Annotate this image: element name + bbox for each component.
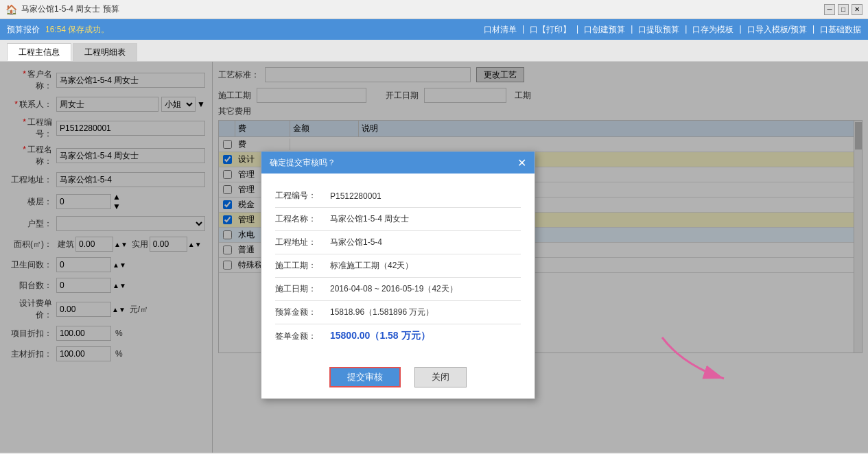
modal-budget-label: 预算金额：	[275, 307, 330, 318]
maximize-button[interactable]: □	[838, 4, 849, 15]
modal-project-name-label: 工程名称：	[275, 213, 330, 225]
minimize-button[interactable]: ─	[824, 4, 835, 15]
modal-sign-value: 15800.00（1.58 万元）	[330, 330, 430, 342]
modal-row-address: 工程地址： 马家公馆1-5-4	[275, 231, 521, 254]
tab-project-detail[interactable]: 工程明细表	[73, 43, 137, 61]
modal-row-work-period: 施工工期： 标准施工工期（42天）	[275, 254, 521, 278]
window-title: 马家公馆1-5-4 周女士 预算	[21, 3, 119, 15]
modal-header: 确定提交审核吗？ ✕	[261, 152, 535, 174]
modal-address-label: 工程地址：	[275, 237, 330, 248]
modal-submit-button[interactable]: 提交审核	[329, 367, 401, 387]
modal-dialog: 确定提交审核吗？ ✕ 工程编号： P1512280001 工程名称： 马家公馆1…	[261, 151, 535, 399]
toolbar-base-data[interactable]: 口基础数据	[820, 24, 861, 36]
modal-work-period-label: 施工工期：	[275, 260, 330, 272]
toolbar-print[interactable]: 口【打印】	[530, 24, 571, 36]
titlebar-title: 🏠 马家公馆1-5-4 周女士 预算	[5, 3, 119, 15]
modal-work-date-value: 2016-04-08 ~ 2016-05-19（42天）	[330, 283, 458, 295]
modal-overlay: 确定提交审核吗？ ✕ 工程编号： P1512280001 工程名称： 马家公馆1…	[0, 62, 868, 453]
toolbar-import-template[interactable]: 口导入模板/预算	[747, 24, 807, 36]
modal-budget-value: 15818.96（1.581896 万元）	[330, 307, 434, 318]
modal-work-period-value: 标准施工工期（42天）	[330, 260, 413, 272]
modal-title: 确定提交审核吗？	[270, 157, 336, 169]
toolbar-fetch-budget[interactable]: 口提取预算	[638, 24, 679, 36]
modal-body: 工程编号： P1512280001 工程名称： 马家公馆1-5-4 周女士 工程…	[261, 174, 535, 359]
modal-sign-label: 签单金额：	[275, 331, 330, 342]
modal-row-project-no: 工程编号： P1512280001	[275, 184, 521, 208]
tab-project-info[interactable]: 工程主信息	[7, 43, 71, 61]
modal-row-work-date: 施工日期： 2016-04-08 ~ 2016-05-19（42天）	[275, 278, 521, 301]
modal-project-no-value: P1512280001	[330, 191, 382, 201]
toolbar-budget-label: 预算报价	[7, 24, 40, 36]
modal-project-name-value: 马家公馆1-5-4 周女士	[330, 213, 409, 225]
modal-cancel-button[interactable]: 关闭	[414, 367, 467, 387]
modal-row-budget-amount: 预算金额： 15818.96（1.581896 万元）	[275, 301, 521, 324]
modal-row-sign-amount: 签单金额： 15800.00（1.58 万元）	[275, 324, 521, 348]
toolbar: 预算报价 16:54 保存成功。 口材清单 | 口【打印】 | 口创建预算 | …	[0, 19, 868, 40]
toolbar-material-list[interactable]: 口材清单	[484, 24, 517, 36]
modal-address-value: 马家公馆1-5-4	[330, 237, 382, 248]
toolbar-create-budget[interactable]: 口创建预算	[584, 24, 625, 36]
modal-row-project-name: 工程名称： 马家公馆1-5-4 周女士	[275, 208, 521, 231]
modal-close-icon[interactable]: ✕	[517, 156, 526, 169]
toolbar-save-template[interactable]: 口存为模板	[692, 24, 734, 36]
modal-footer: 提交审核 关闭	[261, 359, 535, 398]
toolbar-save-status: 16:54 保存成功。	[45, 24, 109, 36]
close-window-button[interactable]: ✕	[852, 4, 863, 15]
modal-work-date-label: 施工日期：	[275, 283, 330, 295]
content-area: 客户名称： 联系人： 小姐 先生 女士 ▼ 工程编号： 工程名称： 工程地址：	[0, 62, 868, 453]
tabs-bar: 工程主信息 工程明细表	[0, 40, 868, 62]
modal-project-no-label: 工程编号：	[275, 190, 330, 202]
titlebar: 🏠 马家公馆1-5-4 周女士 预算 ─ □ ✕	[0, 0, 868, 19]
